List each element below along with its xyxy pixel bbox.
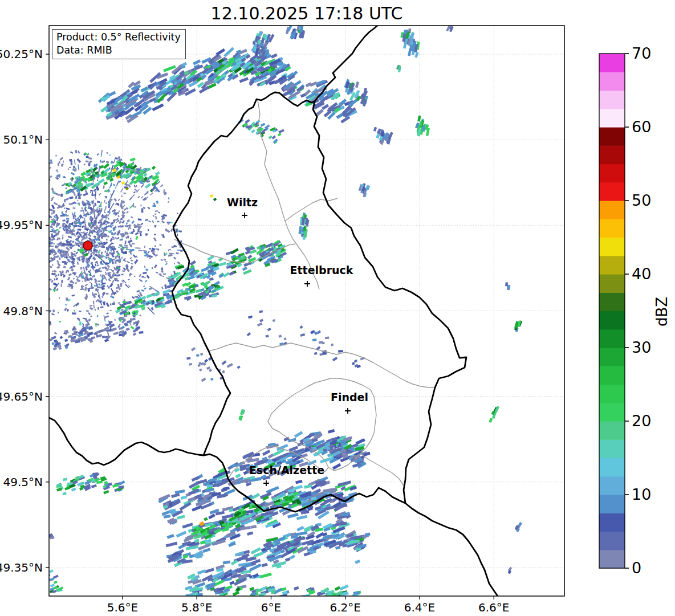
colorbar-segment [599,219,625,238]
colorbar-segment [599,476,625,495]
colorbar-tick-label: 0 [632,559,641,577]
colorbar-tick-label: 30 [632,338,651,356]
city-label: Esch/Alzette [249,464,324,476]
colorbar-segment [599,91,625,109]
colorbar-segment [599,329,625,348]
colorbar-segment [599,127,625,146]
colorbar-segment [599,495,625,513]
x-tick-label: 6.6°E [478,601,509,614]
radar-echo-layer [0,23,522,609]
x-tick-label: 6.2°E [330,601,361,614]
y-tick-label: 50.1°N [3,133,43,146]
y-tick-label: 50.25°N [0,47,43,61]
colorbar-tick-label: 10 [632,486,651,503]
x-tick-label: 5.8°E [181,601,212,614]
city-label: Findel [331,391,368,403]
y-tick-label: 49.5°N [3,475,43,489]
colorbar-segment [599,164,625,183]
colorbar-tick-label: 40 [632,265,651,283]
colorbar-segment [599,182,625,201]
figure-title: 12.10.2025 17:18 UTC [49,3,564,23]
city-plus-marker [263,480,269,486]
product-annotation-box: Product: 0.5° Reflectivity Data: RMIB [52,29,186,59]
colorbar-segment [599,145,625,164]
colorbar-segment [599,109,625,128]
colorbar-tick-label: 20 [632,412,651,430]
product-line: Product: 0.5° Reflectivity [56,31,181,43]
y-tick-label: 49.65°N [0,390,43,403]
city-plus-marker [242,213,247,218]
colorbar-segment [599,513,625,532]
colorbar-segment [599,458,625,477]
colorbar-segment [599,72,625,91]
city-plus-marker [345,408,351,414]
colorbar-segment [599,201,625,219]
colorbar: 010203040506070 [599,44,651,577]
x-tick-label: 5.6°E [107,601,138,614]
colorbar-segment [599,238,625,256]
colorbar-segment [599,274,625,293]
y-tick-label: 49.8°N [3,304,43,318]
colorbar-tick-label: 50 [632,191,651,209]
city-label: Ettelbruck [290,264,353,276]
colorbar-segment [599,439,625,458]
x-tick-label: 6°E [261,601,281,614]
colorbar-tick-label: 60 [632,118,651,136]
y-tick-label: 49.35°N [0,561,43,574]
colorbar-segment [599,403,625,422]
colorbar-segment [599,421,625,440]
colorbar-tick-label: 70 [632,44,651,62]
colorbar-segment [599,54,625,72]
colorbar-segment [599,311,625,330]
radar-site-marker [83,241,92,250]
axis-tick-labels: 5.6°E5.8°E6°E6.2°E6.4°E6.6°E50.25°N50.1°… [0,47,509,614]
radar-map-figure: 5.6°E5.8°E6°E6.2°E6.4°E6.6°E50.25°N50.1°… [0,0,675,616]
colorbar-segment [599,366,625,385]
colorbar-segment [599,292,625,311]
colorbar-segment [599,532,625,550]
city-plus-marker [304,281,310,287]
city-label: Wiltz [227,196,258,209]
radar-figure: 12.10.2025 17:18 UTC 5.6°E5.8°E6°E6.2°E6… [0,0,675,616]
colorbar-segment [599,256,625,275]
x-tick-label: 6.4°E [404,601,435,614]
data-source-line: Data: RMIB [56,44,112,56]
colorbar-segment [599,348,625,366]
colorbar-segment [599,550,625,569]
colorbar-unit-label: dBZ [652,294,672,329]
colorbar-segment [599,385,625,403]
y-tick-label: 49.95°N [0,218,43,232]
